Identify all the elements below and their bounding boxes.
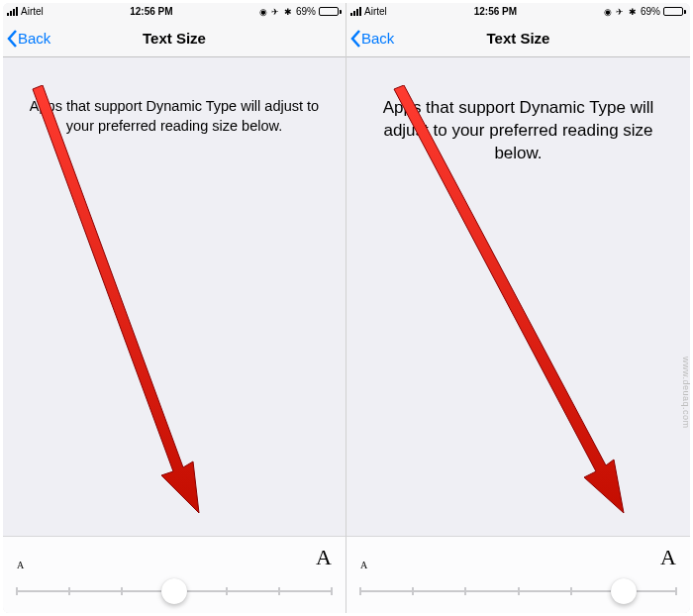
chevron-left-icon <box>7 30 18 48</box>
content-area: Apps that support Dynamic Type will adju… <box>346 57 690 613</box>
text-size-slider-panel: A A <box>3 536 346 613</box>
slider-tick <box>278 587 280 595</box>
back-label: Back <box>18 30 50 47</box>
battery-icon <box>319 7 342 16</box>
slider-min-label: A <box>17 560 24 570</box>
slider-max-label: A <box>316 545 332 570</box>
status-icons: ◉ ✈ ✱ <box>259 7 293 17</box>
slider-tick <box>331 587 333 595</box>
phone-screenshot-left: Airtel 12:56 PM ◉ ✈ ✱ 69% Back Text Size… <box>3 3 346 613</box>
description-text: Apps that support Dynamic Type will adju… <box>3 57 346 136</box>
text-size-slider[interactable] <box>17 576 332 606</box>
status-time: 12:56 PM <box>474 6 517 17</box>
slider-thumb[interactable] <box>161 578 187 604</box>
slider-tick <box>16 587 18 595</box>
text-size-slider[interactable] <box>360 576 676 606</box>
nav-bar: Back Text Size <box>346 20 690 57</box>
slider-tick <box>570 587 572 595</box>
page-title: Text Size <box>346 30 690 47</box>
status-icons: ◉ ✈ ✱ <box>604 7 638 17</box>
slider-tick <box>675 587 677 595</box>
battery-pct: 69% <box>296 6 316 17</box>
phone-screenshot-right: Airtel 12:56 PM ◉ ✈ ✱ 69% Back Text Size… <box>346 3 690 613</box>
slider-thumb[interactable] <box>611 578 637 604</box>
carrier-label: Airtel <box>364 6 387 17</box>
nav-bar: Back Text Size <box>3 20 346 57</box>
battery-icon <box>663 7 686 16</box>
status-bar: Airtel 12:56 PM ◉ ✈ ✱ 69% <box>346 3 690 20</box>
slider-tick <box>412 587 414 595</box>
signal-icon <box>7 7 18 16</box>
slider-tick <box>68 587 70 595</box>
back-button[interactable]: Back <box>346 30 394 48</box>
slider-max-label: A <box>660 545 676 570</box>
annotation-arrow <box>25 85 223 521</box>
text-size-slider-panel: A A <box>346 536 690 613</box>
status-time: 12:56 PM <box>130 6 172 17</box>
battery-pct: 69% <box>641 6 660 17</box>
carrier-label: Airtel <box>21 6 44 17</box>
signal-icon <box>350 7 361 16</box>
back-button[interactable]: Back <box>3 30 50 48</box>
chevron-left-icon <box>350 30 361 48</box>
back-label: Back <box>361 30 394 47</box>
slider-tick <box>121 587 123 595</box>
slider-min-label: A <box>360 560 367 570</box>
watermark: www.deuaq.com <box>681 357 691 429</box>
description-text: Apps that support Dynamic Type will adju… <box>346 57 690 165</box>
slider-tick <box>464 587 466 595</box>
status-bar: Airtel 12:56 PM ◉ ✈ ✱ 69% <box>3 3 346 20</box>
slider-tick <box>359 587 361 595</box>
slider-tick <box>518 587 520 595</box>
page-title: Text Size <box>3 30 346 47</box>
slider-tick <box>226 587 228 595</box>
content-area: Apps that support Dynamic Type will adju… <box>3 57 346 613</box>
